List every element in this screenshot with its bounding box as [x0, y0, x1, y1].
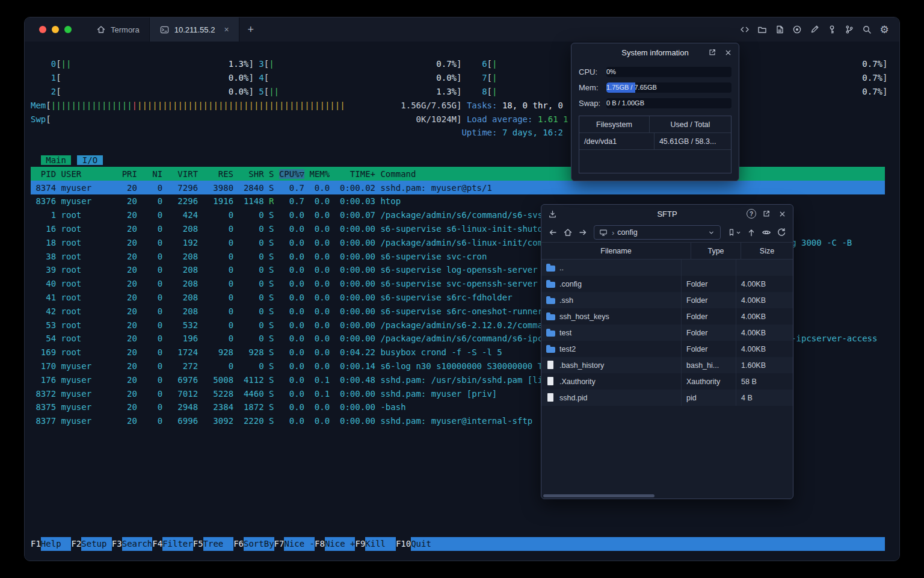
parent-directory-icon[interactable] — [745, 226, 758, 239]
process-row[interactable]: 8374 myuser 20 0 7296 3980 2840 S 0.7 0.… — [31, 181, 885, 194]
function-key-number: F7 — [274, 537, 285, 551]
file-type: Xauthority — [681, 373, 736, 390]
key-icon[interactable] — [825, 23, 839, 36]
file-row[interactable]: sshd.pid pid 4 B — [541, 390, 793, 406]
show-hidden-files-icon[interactable] — [760, 226, 773, 239]
column-time[interactable]: TIME+ — [335, 169, 375, 179]
column-type[interactable]: Type — [691, 243, 741, 259]
forward-icon[interactable] — [576, 226, 590, 239]
new-tab-button[interactable]: + — [239, 17, 263, 42]
process-shr: 0 — [238, 361, 263, 371]
process-cpu: 0.7 — [279, 183, 304, 193]
column-pri[interactable]: PRI — [112, 169, 137, 179]
process-virt: 272 — [168, 361, 199, 371]
file-row[interactable]: .. — [541, 259, 793, 276]
process-cpu: 0.0 — [279, 224, 304, 234]
tab-ssh-session[interactable]: 10.211.55.2 × — [149, 17, 239, 42]
close-tab-icon[interactable]: × — [224, 25, 229, 34]
event-log-icon[interactable] — [773, 23, 786, 36]
chevron-down-icon[interactable] — [706, 227, 716, 238]
column-cpu-sort[interactable]: CPU%▽ — [279, 169, 304, 179]
function-key[interactable]: F4Filter — [152, 537, 192, 551]
process-user: root — [61, 334, 107, 343]
open-in-window-icon[interactable] — [707, 47, 718, 58]
cpu3-label: 3 — [259, 59, 263, 69]
column-mem[interactable]: MEM% — [309, 169, 330, 179]
file-row[interactable]: .ssh Folder 4.00KB — [541, 292, 793, 308]
scrollbar-thumb[interactable] — [543, 494, 654, 497]
code-icon[interactable] — [738, 23, 751, 36]
close-panel-icon[interactable] — [722, 47, 733, 58]
process-cpu: 0.0 — [279, 320, 304, 330]
process-pri: 20 — [112, 224, 137, 234]
process-user: root — [61, 293, 107, 302]
function-key[interactable]: F1Help — [31, 537, 71, 551]
folder-icon[interactable] — [756, 23, 769, 36]
process-pid: 170 — [31, 361, 56, 371]
function-key[interactable]: F10Quit — [396, 537, 442, 551]
used-total-column: Used / Total — [650, 116, 731, 132]
htop-tab-io[interactable]: I/O — [77, 155, 102, 165]
column-shr[interactable]: SHR — [238, 169, 263, 179]
function-key[interactable]: F2Setup — [71, 537, 111, 551]
function-key[interactable]: F8Nice + — [315, 537, 355, 551]
filesystem-row[interactable]: /dev/vda1 45.61GB / 58.3... — [579, 133, 731, 150]
process-cpu: 0.0 — [279, 416, 304, 426]
horizontal-scrollbar[interactable] — [541, 493, 793, 499]
file-row[interactable]: .Xauthority Xauthority 58 B — [541, 373, 793, 390]
close-panel-icon[interactable] — [777, 208, 787, 219]
settings-gear-icon[interactable]: ⚙ — [878, 23, 891, 36]
file-row[interactable]: .bash_history bash_hi... 1.60KB — [541, 357, 793, 373]
search-icon[interactable] — [860, 23, 873, 36]
htop-tab-main[interactable]: Main — [41, 155, 72, 165]
column-ni[interactable]: NI — [142, 169, 162, 179]
column-state[interactable]: S — [269, 169, 274, 179]
column-user[interactable]: USER — [61, 169, 107, 179]
cpu-meter-row-2: 1[0.0%]4[0.0%]7[|0.7%] — [31, 71, 885, 85]
close-window-button[interactable] — [39, 26, 46, 33]
process-res: 0 — [203, 334, 234, 343]
column-virt[interactable]: VIRT — [168, 169, 199, 179]
column-size[interactable]: Size — [741, 243, 793, 259]
minimize-window-button[interactable] — [52, 26, 59, 33]
tab-termora-home[interactable]: Termora — [86, 17, 149, 42]
column-res[interactable]: RES — [203, 169, 234, 179]
refresh-icon[interactable] — [775, 226, 788, 239]
process-state: S — [269, 293, 274, 302]
process-mem: 0.0 — [309, 402, 330, 412]
function-key[interactable]: F7Nice - — [274, 537, 315, 551]
file-name: .. — [559, 264, 564, 272]
back-icon[interactable] — [546, 226, 559, 239]
process-virt: 6996 — [168, 416, 199, 426]
swap-usage-label: Swap: — [579, 99, 606, 108]
help-icon[interactable]: ? — [747, 209, 756, 219]
git-branch-icon[interactable] — [843, 23, 856, 36]
process-time: 0:00.00 — [335, 416, 375, 426]
edit-icon[interactable] — [808, 23, 821, 36]
file-row[interactable]: test2 Folder 4.00KB — [541, 341, 793, 357]
column-pid[interactable]: PID — [31, 169, 56, 179]
function-key[interactable]: F6SortBy — [233, 537, 274, 551]
file-row[interactable]: ssh_host_keys Folder 4.00KB — [541, 308, 793, 325]
function-key[interactable]: F3Search — [112, 537, 152, 551]
process-mem: 0.0 — [309, 210, 330, 220]
transfers-download-icon[interactable] — [547, 208, 558, 219]
zoom-window-button[interactable] — [64, 26, 72, 33]
function-key[interactable]: F9Kill — [355, 537, 395, 551]
process-res: 0 — [203, 279, 234, 288]
function-key-label: Setup — [81, 537, 112, 551]
function-key[interactable]: F5Tree — [193, 537, 233, 551]
file-row[interactable]: .config Folder 4.00KB — [541, 276, 793, 292]
process-virt: 2948 — [168, 402, 199, 412]
process-pid: 38 — [31, 252, 56, 261]
process-shr: 0 — [238, 252, 263, 261]
file-row[interactable]: test Folder 4.00KB — [541, 325, 793, 341]
process-virt: 208 — [168, 265, 199, 275]
swap-usage-row: Swap: 0 B / 1.00GB — [579, 98, 732, 108]
column-filename[interactable]: Filename — [541, 243, 691, 259]
home-icon[interactable] — [561, 226, 574, 239]
path-breadcrumb[interactable]: › config — [594, 225, 721, 240]
record-macro-icon[interactable] — [790, 23, 804, 36]
bookmark-icon[interactable] — [725, 226, 743, 239]
open-in-window-icon[interactable] — [761, 208, 772, 219]
